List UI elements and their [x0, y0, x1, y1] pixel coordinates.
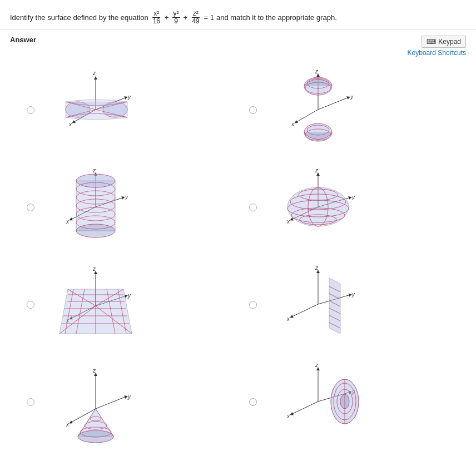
svg-line-8 [318, 97, 349, 110]
fraction-x2: x² 16 [152, 10, 161, 25]
graph-3: y x z [40, 164, 151, 250]
graph-1: y x z [40, 67, 151, 153]
radio-3[interactable] [27, 204, 34, 211]
equation-text: Identify the surface defined by the equa… [10, 10, 466, 25]
question-area: Identify the surface defined by the equa… [0, 0, 476, 30]
svg-text:x: x [286, 413, 290, 419]
svg-text:z: z [92, 368, 96, 374]
svg-text:z: z [92, 70, 96, 76]
question-prefix: Identify the surface defined by the equa… [10, 13, 148, 22]
graph-cell-2: y x z [238, 61, 460, 158]
svg-point-71 [78, 430, 113, 443]
plus-sign-1: + [165, 13, 169, 22]
radio-5[interactable] [27, 301, 34, 309]
svg-line-65 [96, 397, 126, 409]
graph-7: y x z [40, 359, 151, 445]
graph-4: y x z [262, 164, 374, 250]
graph-cell-3: y x z [16, 158, 238, 256]
svg-point-28 [76, 224, 115, 237]
answer-section: Answer ⌨ Keypad Keyboard Shortcuts [0, 30, 476, 450]
radio-6[interactable] [249, 301, 257, 309]
svg-text:z: z [315, 167, 319, 174]
radio-2[interactable] [249, 106, 257, 114]
svg-text:y: y [127, 94, 131, 100]
svg-line-9 [296, 110, 318, 122]
fraction-y2: y² 9 [172, 10, 180, 25]
svg-text:z: z [315, 265, 319, 271]
graph-cell-4: y x z [238, 158, 460, 256]
graph-6: y x z [262, 261, 374, 348]
graph-cell-8: y x z [238, 353, 460, 450]
svg-text:x: x [291, 121, 295, 127]
radio-8[interactable] [249, 398, 257, 406]
svg-text:x: x [286, 219, 290, 225]
graph-2: y x z [262, 67, 374, 153]
answer-header: Answer ⌨ Keypad Keyboard Shortcuts [10, 36, 466, 57]
y2-numerator: y² [172, 10, 180, 18]
z2-denominator: 49 [191, 18, 200, 25]
y2-denominator: 9 [173, 18, 179, 25]
svg-text:y: y [350, 94, 354, 100]
svg-rect-26 [76, 181, 115, 231]
radio-1[interactable] [27, 106, 34, 114]
keypad-button[interactable]: ⌨ Keypad [422, 36, 466, 48]
svg-text:y: y [127, 394, 131, 400]
keypad-label: Keypad [438, 38, 461, 46]
x2-denominator: 16 [152, 18, 161, 25]
svg-text:y: y [125, 194, 128, 200]
svg-text:z: z [92, 266, 96, 272]
svg-point-27 [76, 174, 115, 187]
svg-text:z: z [92, 167, 96, 174]
svg-line-54 [291, 304, 318, 317]
graph-cell-6: y x z [238, 256, 460, 353]
keypad-area: ⌨ Keypad Keyboard Shortcuts [408, 36, 466, 57]
svg-line-78 [291, 402, 318, 414]
graph-cell-7: y x z [16, 353, 238, 450]
plus-sign-2: + [184, 13, 188, 22]
svg-text:z: z [315, 68, 319, 75]
svg-text:y: y [351, 291, 355, 298]
graph-8: y x z [262, 359, 374, 445]
x2-numerator: x² [152, 10, 160, 18]
svg-text:x: x [286, 316, 290, 322]
answer-label: Answer [10, 36, 36, 44]
svg-text:x: x [68, 121, 72, 127]
svg-text:x: x [66, 422, 70, 428]
fraction-z2: z² 49 [191, 10, 200, 25]
graphs-grid: y x z [10, 61, 466, 450]
keyboard-shortcuts-link[interactable]: Keyboard Shortcuts [408, 49, 466, 57]
radio-7[interactable] [27, 398, 34, 406]
equation-suffix: and match it to the appropriate graph. [216, 13, 337, 22]
svg-text:y: y [351, 194, 355, 200]
z2-numerator: z² [192, 10, 200, 18]
svg-text:z: z [315, 362, 319, 368]
graph-cell-5: y x z [16, 256, 238, 353]
graph-cell-1: y x z [16, 61, 238, 158]
keypad-icon: ⌨ [427, 38, 436, 46]
svg-text:x: x [66, 219, 70, 225]
equals: = 1 [204, 13, 214, 22]
graph-5: y x z [40, 261, 151, 348]
radio-4[interactable] [249, 204, 257, 211]
svg-text:y: y [127, 293, 131, 299]
